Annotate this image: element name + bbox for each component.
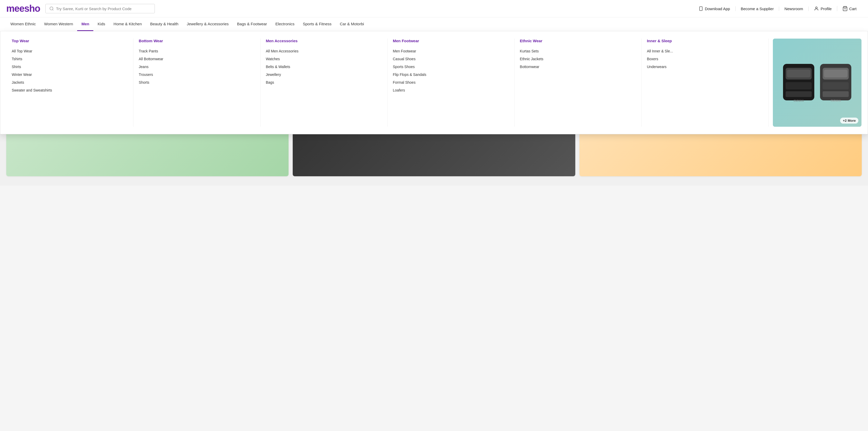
dropdown-col-top-wear: Top Wear All Top Wear Tshirts Shirts Win…	[6, 39, 133, 127]
mega-dropdown: Top Wear All Top Wear Tshirts Shirts Win…	[0, 31, 868, 134]
search-icon	[49, 6, 54, 11]
dropdown-item[interactable]: Kurtas Sets	[520, 47, 636, 55]
svg-point-0	[50, 7, 53, 10]
nav-item-women-ethnic[interactable]: Women Ethnic	[6, 18, 40, 31]
svg-rect-13	[824, 70, 847, 78]
nav-item-bags-footwear[interactable]: Bags & Footwear	[233, 18, 271, 31]
dropdown-product-image[interactable]: OMNIKA OMNIKA +2 More	[773, 39, 862, 127]
dropdown-item[interactable]: All Bottomwear	[139, 55, 255, 63]
nav-item-men[interactable]: Men	[77, 18, 93, 31]
dropdown-title-top-wear: Top Wear	[12, 39, 128, 43]
dropdown-item[interactable]: Men Footwear	[393, 47, 509, 55]
sandal-svg-2: OMNIKA	[819, 61, 852, 103]
dropdown-item[interactable]: Ethnic Jackets	[520, 55, 636, 63]
sandal-visual: OMNIKA OMNIKA	[776, 56, 858, 109]
download-app-button[interactable]: Download App	[693, 6, 736, 11]
nav-item-jewellery[interactable]: Jewellery & Accessories	[183, 18, 233, 31]
dropdown-item[interactable]: Bags	[266, 79, 382, 86]
nav-item-kids[interactable]: Kids	[93, 18, 109, 31]
dropdown-item[interactable]: Bottomwear	[520, 63, 636, 71]
dropdown-image-panel: OMNIKA OMNIKA +2 More	[773, 39, 862, 127]
dropdown-item[interactable]: Flip Flops & Sandals	[393, 71, 509, 79]
search-bar[interactable]	[45, 4, 155, 13]
mobile-icon	[699, 6, 703, 11]
dropdown-item[interactable]: Belts & Wallets	[266, 63, 382, 71]
header-actions: Download App Become a Supplier Newsroom …	[693, 6, 862, 11]
dropdown-item[interactable]: Jeans	[139, 63, 255, 71]
dropdown-item[interactable]: All Inner & Sle...	[647, 47, 763, 55]
svg-point-3	[816, 7, 817, 9]
nav-item-beauty-health[interactable]: Beauty & Health	[146, 18, 183, 31]
dropdown-item[interactable]: Trousers	[139, 71, 255, 79]
dropdown-item[interactable]: Boxers	[647, 55, 763, 63]
svg-text:OMNIKA: OMNIKA	[794, 99, 804, 102]
dropdown-item[interactable]: Jewellery	[266, 71, 382, 79]
dropdown-title-bottom-wear: Bottom Wear	[139, 39, 255, 43]
dropdown-title-men-footwear: Men Footwear	[393, 39, 509, 43]
nav-bar: Women Ethnic Women Western Men Kids Home…	[0, 18, 868, 31]
nav-item-car-motorbi[interactable]: Car & Motorbi	[336, 18, 368, 31]
dropdown-item[interactable]: Tshirts	[12, 55, 128, 63]
header: meesho Download App Become a Supplier Ne…	[0, 0, 868, 18]
dropdown-item[interactable]: Watches	[266, 55, 382, 63]
dropdown-item[interactable]: Shirts	[12, 63, 128, 71]
cart-icon	[842, 6, 848, 11]
svg-rect-15	[823, 91, 849, 97]
dropdown-item[interactable]: Winter Wear	[12, 71, 128, 79]
dropdown-item[interactable]: Sports Shoes	[393, 63, 509, 71]
more-badge: +2 More	[840, 118, 858, 124]
cart-button[interactable]: Cart	[837, 6, 862, 11]
dropdown-item[interactable]: Underwears	[647, 63, 763, 71]
dropdown-item[interactable]: Loafers	[393, 86, 509, 94]
dropdown-item[interactable]: Track Pants	[139, 47, 255, 55]
dropdown-col-bottom-wear: Bottom Wear Track Pants All Bottomwear J…	[133, 39, 260, 127]
dropdown-item[interactable]: Sweater and Sweatshirts	[12, 86, 128, 94]
dropdown-col-ethnic-wear: Ethnic Wear Kurtas Sets Ethnic Jackets B…	[515, 39, 642, 127]
dropdown-item[interactable]: Formal Shoes	[393, 79, 509, 86]
dropdown-item[interactable]: Jackets	[12, 79, 128, 86]
svg-rect-14	[823, 82, 849, 89]
nav-container: Women Ethnic Women Western Men Kids Home…	[0, 18, 868, 31]
logo[interactable]: meesho	[6, 3, 40, 14]
svg-rect-9	[786, 91, 812, 97]
sandal-svg-1: OMNIKA	[782, 61, 816, 103]
newsroom-button[interactable]: Newsroom	[779, 6, 809, 11]
dropdown-col-men-accessories: Men Accessories All Men Accessories Watc…	[261, 39, 388, 127]
nav-item-women-western[interactable]: Women Western	[40, 18, 77, 31]
dropdown-col-men-footwear: Men Footwear Men Footwear Casual Shoes S…	[388, 39, 515, 127]
profile-button[interactable]: Profile	[809, 6, 837, 11]
nav-item-sports-fitness[interactable]: Sports & Fitness	[299, 18, 336, 31]
dropdown-title-inner-sleep: Inner & Sleep	[647, 39, 763, 43]
become-supplier-button[interactable]: Become a Supplier	[736, 6, 779, 11]
svg-rect-8	[786, 82, 812, 89]
dropdown-item[interactable]: Shorts	[139, 79, 255, 86]
dropdown-item[interactable]: Casual Shoes	[393, 55, 509, 63]
nav-item-home-kitchen[interactable]: Home & Kitchen	[110, 18, 146, 31]
profile-icon	[814, 6, 819, 11]
dropdown-title-ethnic-wear: Ethnic Wear	[520, 39, 636, 43]
dropdown-title-men-accessories: Men Accessories	[266, 39, 382, 43]
dropdown-item[interactable]: All Top Wear	[12, 47, 128, 55]
search-input[interactable]	[56, 6, 151, 11]
dropdown-col-inner-sleep: Inner & Sleep All Inner & Sle... Boxers …	[642, 39, 769, 127]
svg-rect-7	[787, 70, 810, 78]
nav-item-electronics[interactable]: Electronics	[271, 18, 299, 31]
svg-rect-1	[700, 7, 703, 11]
dropdown-item[interactable]: All Men Accessories	[266, 47, 382, 55]
svg-text:OMNIKA: OMNIKA	[831, 99, 841, 102]
